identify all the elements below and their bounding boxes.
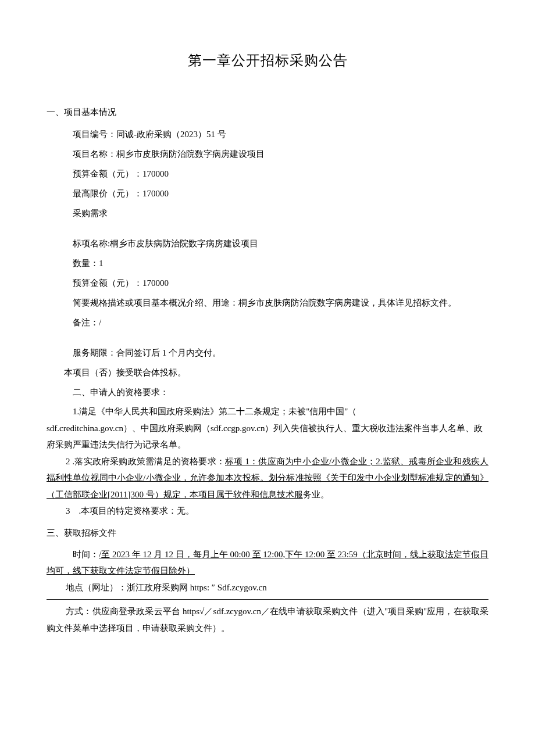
qualification-3: 3 .本项目的特定资格要求：无。 (47, 503, 488, 519)
document-page: 第一章公开招标采购公告 一、项目基本情况 项目编号：同诚-政府采购（2023）5… (0, 0, 535, 660)
spacer (47, 334, 488, 344)
method-text: 方式：供应商登录政采云平台 https√／sdf.zcygov.cn／在线申请获… (47, 607, 488, 633)
obtain-time: 时间：/至 2023 年 12 月 12 日，每月上午 00:00 至 12:0… (47, 546, 488, 579)
qual-2-lead: 2 .落实政府采购政策需满足的资格要求： (66, 457, 225, 466)
remarks: 备注：/ (47, 314, 488, 331)
section-1-heading: 一、项目基本情况 (47, 103, 488, 121)
budget-amount: 预算金额（元）：170000 (47, 165, 488, 182)
obtain-address: 地点（网址）：浙江政府采购网 https: ″ Sdf.zcygov.cn (47, 579, 488, 596)
page-title: 第一章公开招标采购公告 (47, 46, 488, 74)
qualification-1: 1.满足《中华人民共和国政府采购法》第二十二条规定；未被"信用中国"（ sdf.… (47, 403, 488, 453)
lot-name: 标项名称:桐乡市皮肤病防治院数字病房建设项目 (47, 235, 488, 252)
qual-3-text: 3 .本项目的特定资格要求：无。 (66, 506, 194, 515)
project-name: 项目名称：桐乡市皮肤病防治院数字病房建设项目 (47, 145, 488, 163)
obtain-method: 方式：供应商登录政采云平台 https√／sdf.zcygov.cn／在线申请获… (47, 603, 488, 636)
brief-description: 简要规格描述或项目基本概况介绍、用途：桐乡市皮肤病防治院数字病房建设，具体详见招… (47, 294, 488, 311)
quantity: 数量：1 (47, 255, 488, 272)
qual-1-line-a: 1.满足《中华人民共和国政府采购法》第二十二条规定；未被"信用中国"（ (73, 407, 357, 416)
consortium-statement: 本项目（否）接受联合体投标。 (47, 364, 488, 381)
qualification-2: 2 .落实政府采购政策需满足的资格要求：标项 1：供应商为中小企业/小微企业；2… (47, 453, 488, 503)
section-3-heading: 三、获取招标文件 (47, 524, 488, 542)
spacer (47, 224, 488, 235)
lot-budget: 预算金额（元）：170000 (47, 274, 488, 292)
section-2-heading: 二、申请人的资格要求： (47, 384, 488, 401)
time-underlined: /至 2023 年 12 月 12 日，每月上午 00:00 至 12:00,下… (47, 550, 488, 576)
qual-1-line-b: sdf.creditchina.gov.cn）、中国政府采购网（sdf.ccgp… (47, 424, 483, 450)
service-period: 服务期限：合同签订后 1 个月内交付。 (47, 344, 488, 361)
qual-2-tail: 务业。 (303, 490, 329, 499)
project-number: 项目编号：同诚-政府采购（2023）51 号 (47, 126, 488, 143)
divider-line (47, 599, 488, 600)
purchase-requirement-label: 采购需求 (47, 205, 488, 222)
time-label: 时间： (73, 550, 99, 559)
address-text: 地点（网址）：浙江政府采购网 https: ″ Sdf.zcygov.cn (66, 583, 267, 592)
ceiling-price: 最高限价（元）：170000 (47, 185, 488, 202)
